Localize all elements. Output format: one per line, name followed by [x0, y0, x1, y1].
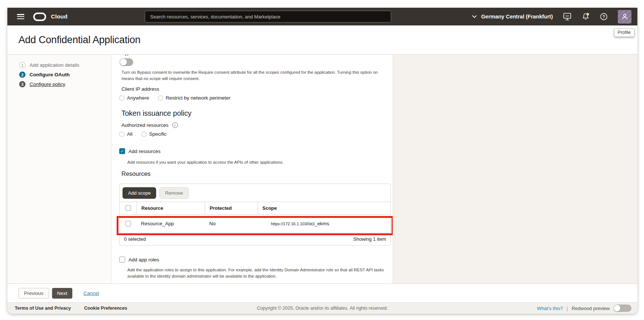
table-header-row: Resource Protected Scope	[120, 202, 390, 214]
console-bottom-bar: Copyright © 2025, Oracle and/or its affi…	[7, 302, 637, 314]
redwood-preview-toggle[interactable]	[613, 305, 631, 312]
step-1-indicator: 1	[19, 62, 25, 68]
top-navigation-bar: Cloud Germany Central (Frankfurt) <>	[7, 8, 637, 25]
profile-tooltip: Profile	[614, 28, 634, 37]
scope-host: https://172.16.1.103	[271, 222, 307, 226]
add-app-roles-label: Add app roles	[128, 257, 159, 262]
oracle-cloud-console: Cloud Germany Central (Frankfurt) <>	[0, 0, 644, 320]
add-app-roles-row: Add app roles	[119, 257, 159, 262]
table-row[interactable]: Resource_App No https://172.16.1.103/oci…	[120, 214, 390, 233]
topbar-right-cluster: Germany Central (Frankfurt) <>	[472, 8, 631, 25]
add-resources-description: Add resources if you want your applicati…	[127, 159, 283, 166]
bypass-consent-label-clipped: Bypass consent	[121, 55, 156, 56]
wizard-footer: Previous Next Cancel	[7, 284, 637, 302]
browser-app-window: Cloud Germany Central (Frankfurt) <>	[7, 8, 637, 314]
cookie-preferences-link[interactable]: Cookie Preferences	[84, 306, 127, 311]
region-label: Germany Central (Frankfurt)	[481, 14, 553, 20]
search-input[interactable]	[145, 11, 391, 22]
help-icon[interactable]: ?	[600, 13, 608, 21]
showing-count: Showing 1 item	[353, 236, 386, 242]
separator: |	[566, 306, 568, 311]
cell-scope: https://172.16.1.103/oci_ekms	[258, 215, 390, 233]
authorized-resources-options: All Specific	[119, 131, 166, 137]
add-scope-button[interactable]: Add scope	[123, 187, 156, 199]
radio-circle[interactable]	[119, 95, 124, 101]
brand-label[interactable]: Cloud	[51, 13, 68, 20]
column-scope: Scope	[258, 202, 390, 214]
column-resource: Resource	[137, 202, 205, 214]
token-issuance-policy-heading: Token issuance policy	[121, 109, 192, 118]
terms-link[interactable]: Terms of Use and Privacy	[15, 306, 71, 311]
person-icon	[621, 13, 629, 21]
page-header: Add Confidential Application	[7, 25, 637, 55]
client-ip-label: Client IP address	[121, 86, 159, 92]
step-2-label: Configure OAuth	[30, 72, 70, 77]
add-app-roles-checkbox[interactable]	[119, 257, 125, 262]
chevron-down-icon	[472, 15, 477, 18]
bypass-consent-help: Turn on Bypass consent to overwrite the …	[121, 69, 390, 82]
info-icon[interactable]: i	[172, 122, 178, 128]
scope-path: /oci_ekms	[307, 221, 329, 226]
authorized-resources-label: Authorized resources	[121, 122, 169, 128]
step-2-indicator: 2	[19, 72, 25, 78]
resources-heading: Resources	[121, 170, 151, 177]
radio-circle[interactable]	[141, 132, 147, 137]
column-protected: Protected	[205, 202, 258, 214]
notifications-bell-icon[interactable]	[582, 13, 590, 21]
selected-count: 0 selected	[124, 236, 146, 242]
table-toolbar: Add scope Remove	[120, 184, 390, 202]
cell-protected: No	[205, 215, 258, 233]
remove-button[interactable]: Remove	[159, 187, 188, 199]
radio-circle[interactable]	[158, 95, 163, 101]
hamburger-menu-icon[interactable]	[17, 14, 24, 19]
background-pane	[393, 55, 637, 284]
add-resources-label: Add resources	[128, 149, 161, 154]
radio-all[interactable]: All	[119, 131, 132, 137]
cancel-link[interactable]: Cancel	[83, 291, 99, 296]
region-selector[interactable]: Germany Central (Frankfurt)	[472, 14, 553, 20]
step-configure-oauth[interactable]: 2 Configure OAuth	[19, 72, 111, 78]
radio-specific[interactable]: Specific	[141, 131, 166, 137]
bypass-consent-toggle[interactable]	[120, 58, 133, 66]
cloud-shell-icon[interactable]: <>	[563, 13, 572, 21]
whats-this-link[interactable]: What's this?	[537, 306, 563, 311]
radio-circle[interactable]	[119, 132, 124, 137]
add-app-roles-description: Add the application roles to assign to t…	[127, 267, 387, 279]
step-1-label: Add application details	[30, 62, 79, 68]
next-button[interactable]: Next	[52, 288, 73, 299]
redwood-preview-label: Redwood preview	[572, 306, 610, 311]
radio-anywhere[interactable]: Anywhere	[119, 95, 149, 101]
add-resources-checkbox[interactable]: ✓	[119, 148, 125, 154]
row-checkbox[interactable]	[125, 221, 131, 226]
client-ip-options: Anywhere Restrict by network perimeter	[119, 95, 231, 101]
oracle-logo-icon[interactable]	[33, 13, 46, 21]
svg-text:?: ?	[603, 14, 605, 19]
svg-text:<>: <>	[565, 14, 569, 18]
select-all-checkbox[interactable]	[125, 205, 131, 211]
wizard-content: 1 Add application details 2 Configure OA…	[7, 55, 637, 284]
step-3-indicator: 3	[19, 81, 25, 87]
previous-button[interactable]: Previous	[18, 288, 49, 299]
authorized-resources-row: Authorized resources i	[121, 122, 178, 128]
step-configure-policy[interactable]: 3 Configure policy	[19, 81, 111, 87]
step-add-application-details[interactable]: 1 Add application details	[19, 62, 111, 68]
wizard-steps-panel: 1 Add application details 2 Configure OA…	[7, 55, 111, 284]
bottom-bar-right: What's this? | Redwood preview	[537, 305, 631, 312]
cell-resource: Resource_App	[137, 215, 205, 233]
add-resources-row: ✓ Add resources	[119, 148, 161, 154]
oauth-form-column: Bypass consent Turn on Bypass consent to…	[111, 55, 393, 284]
step-3-label: Configure policy	[30, 81, 65, 87]
table-footer: 0 selected Showing 1 item	[120, 233, 390, 245]
page-title: Add Confidential Application	[18, 34, 141, 46]
radio-restrict-network-perimeter[interactable]: Restrict by network perimeter	[158, 95, 231, 101]
profile-avatar[interactable]	[618, 10, 631, 24]
resources-table: Add scope Remove Resource Protected Scop…	[119, 184, 391, 246]
